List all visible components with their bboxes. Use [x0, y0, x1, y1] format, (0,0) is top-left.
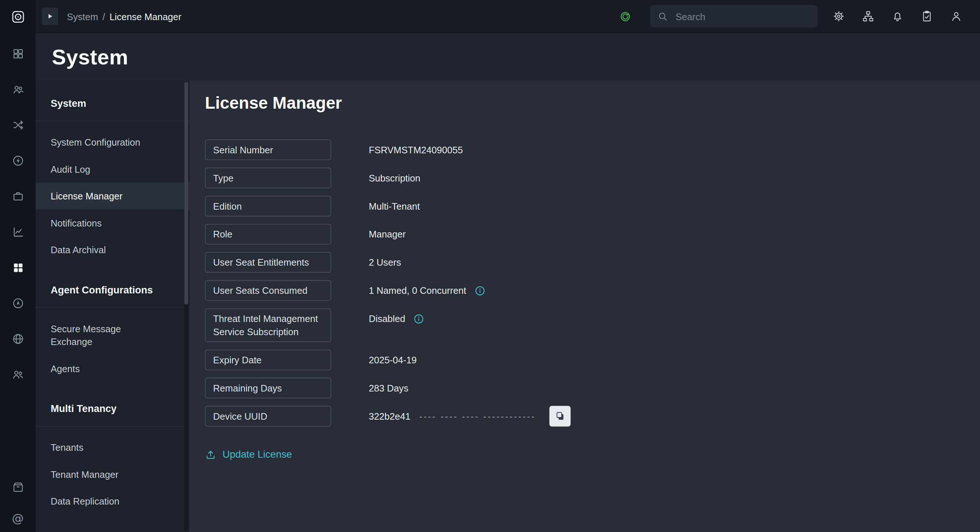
search-input[interactable]	[674, 10, 810, 22]
breadcrumb-parent[interactable]: System	[67, 11, 98, 22]
field-row: User Seat Entitlements 2 Users	[205, 252, 961, 272]
field-value-text: FSRVMSTM24090055	[369, 145, 463, 155]
sidebar-item[interactable]: Notifications	[35, 210, 189, 236]
field-row: Expiry Date 2025-04-19	[205, 349, 961, 370]
field-value: Manager	[369, 224, 406, 244]
sidebar-item[interactable]: Agents	[35, 355, 189, 382]
sidebar-section-title: Multi Tenancy	[35, 396, 189, 427]
field-row: Remaining Days 283 Days	[205, 377, 961, 398]
field-value: 322b2e41 ---- ---- ---- ------------	[369, 406, 570, 426]
sidebar-item[interactable]: Data Replication	[35, 488, 189, 514]
icon-rail: @	[0, 0, 35, 532]
modules-grid-icon[interactable]	[0, 250, 35, 285]
sidebar-collapse-button[interactable]	[42, 8, 58, 25]
field-value: 2 Users	[369, 252, 401, 272]
sidebar-item[interactable]: Secure Message Exchange	[35, 315, 189, 355]
user-profile-icon[interactable]	[950, 10, 963, 22]
page-title: System	[52, 45, 128, 69]
field-value: Multi-Tenant	[369, 196, 420, 216]
sidebar-item[interactable]: Audit Log	[35, 156, 189, 183]
app-logo-icon[interactable]	[0, 0, 35, 33]
field-value-redacted: ---- ---- ---- ------------	[419, 411, 536, 422]
field-value-text: Disabled	[369, 313, 405, 324]
lightning-icon[interactable]	[0, 143, 35, 178]
info-icon[interactable]	[414, 314, 424, 323]
update-license-button[interactable]: Update License	[205, 449, 292, 460]
content-title: License Manager	[205, 94, 961, 113]
sidebar-section-title: Agent Configurations	[35, 277, 189, 308]
upload-icon	[205, 449, 216, 460]
field-row: Edition Multi-Tenant	[205, 196, 961, 216]
field-row: Threat Intel Management Service Subscrip…	[205, 309, 961, 342]
at-mention-icon[interactable]: @	[0, 505, 35, 531]
field-label: User Seat Entitlements	[205, 252, 331, 272]
field-label: Type	[205, 167, 331, 188]
briefcase-icon[interactable]	[0, 178, 35, 214]
field-label: Serial Number	[205, 139, 331, 160]
globe-icon[interactable]	[0, 321, 35, 356]
field-row: Serial Number FSRVMSTM24090055	[205, 139, 961, 160]
field-value-text: 1 Named, 0 Concurrent	[369, 285, 466, 296]
health-status-icon[interactable]	[619, 10, 631, 22]
settings-gear-icon[interactable]	[833, 10, 845, 22]
field-value: 283 Days	[369, 377, 408, 398]
breadcrumb-separator: /	[102, 11, 105, 22]
team-icon[interactable]	[0, 356, 35, 392]
topbar-actions	[833, 10, 969, 22]
archive-box-icon[interactable]	[0, 469, 35, 505]
license-fields: Serial Number FSRVMSTM24090055 Type	[205, 139, 961, 427]
info-icon[interactable]	[475, 285, 485, 295]
update-license-label: Update License	[222, 449, 292, 460]
field-value-text: 2 Users	[369, 257, 401, 268]
copy-button[interactable]	[550, 406, 571, 426]
field-row: Type Subscription	[205, 167, 961, 188]
field-value-text: Multi-Tenant	[369, 201, 420, 212]
field-label: Remaining Days	[205, 377, 331, 398]
breadcrumb: System / License Manager	[67, 11, 181, 22]
sidebar-section: Agent Configurations Secure Message Exch…	[35, 270, 189, 382]
search-icon	[657, 11, 668, 22]
topbar: System / License Manager	[35, 0, 980, 33]
app-window: @ System / License Manager	[0, 0, 980, 532]
sidebar-item[interactable]: License Manager	[35, 183, 189, 209]
field-value: Disabled	[369, 309, 424, 329]
notifications-bell-icon[interactable]	[891, 10, 904, 22]
dashboard-icon[interactable]	[0, 35, 35, 71]
content-panel: License Manager Serial Number FSRVMSTM24…	[189, 81, 980, 532]
field-value-text: 2025-04-19	[369, 355, 417, 365]
rail-nav	[0, 33, 35, 392]
field-value-text: Manager	[369, 229, 406, 240]
sidebar-item[interactable]: System Configuration	[35, 129, 189, 156]
field-value: FSRVMSTM24090055	[369, 139, 463, 160]
sidebar-scrollbar	[184, 82, 188, 531]
sidebar-section-title: System	[35, 91, 189, 121]
sidebar-item[interactable]: Tenant Manager	[35, 461, 189, 488]
sidebar-item[interactable]: Data Archival	[35, 236, 189, 263]
compass-icon[interactable]	[0, 285, 35, 320]
field-label: Device UUID	[205, 406, 331, 426]
sidebar-item-list: Tenants Tenant Manager Data Replication	[35, 434, 189, 514]
tasks-clipboard-icon[interactable]	[921, 10, 933, 22]
field-label: Role	[205, 224, 331, 244]
main-column: System / License Manager	[35, 0, 980, 532]
sidebar-section: Multi Tenancy Tenants Tenant Manager Dat…	[35, 388, 189, 514]
field-label: User Seats Consumed	[205, 280, 331, 301]
users-group-icon[interactable]	[0, 71, 35, 107]
field-row: User Seats Consumed 1 Named, 0 Concurren…	[205, 280, 961, 301]
breadcrumb-current: License Manager	[109, 11, 181, 22]
analytics-chart-icon[interactable]	[0, 214, 35, 250]
field-label: Threat Intel Management Service Subscrip…	[205, 309, 331, 342]
copy-icon	[555, 411, 565, 422]
shuffle-icon[interactable]	[0, 107, 35, 142]
sitemap-icon[interactable]	[862, 10, 874, 22]
field-value: 1 Named, 0 Concurrent	[369, 280, 485, 301]
field-label: Edition	[205, 196, 331, 216]
field-label: Expiry Date	[205, 349, 331, 370]
rail-bottom: @	[0, 469, 35, 532]
body: System System Configuration Audit Log Li…	[35, 81, 980, 532]
search-box	[650, 5, 818, 28]
field-value-text: Subscription	[369, 173, 420, 183]
field-value: Subscription	[369, 167, 420, 188]
sidebar-scrollbar-thumb[interactable]	[184, 82, 188, 304]
sidebar-item[interactable]: Tenants	[35, 434, 189, 461]
